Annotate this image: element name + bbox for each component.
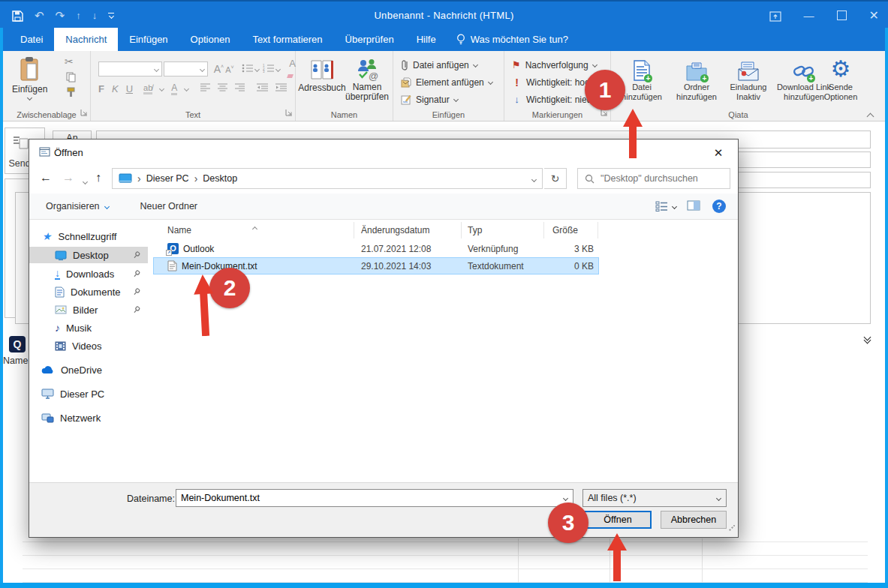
onedrive-cloud-icon <box>41 365 55 374</box>
sidebar-item-documents[interactable]: Dokumente <box>55 284 120 300</box>
group-clipboard: Einfügen ✂ Zwischenablage <box>3 51 91 121</box>
signature-button[interactable]: Signatur <box>401 92 458 107</box>
view-details-icon[interactable] <box>655 201 676 212</box>
save-icon[interactable] <box>12 9 23 22</box>
tell-me-box[interactable]: Was möchten Sie tun? <box>447 28 577 51</box>
sidebar-item-music[interactable]: ♪ Musik <box>55 320 92 336</box>
sidebar-item-pictures[interactable]: Bilder <box>55 302 98 318</box>
collapse-ribbon-icon[interactable] <box>868 111 873 122</box>
lightbulb-icon <box>456 34 465 45</box>
window-border-left <box>0 28 3 588</box>
attach-item-icon <box>401 77 411 88</box>
breadcrumb-this-pc[interactable]: Dieser PC <box>146 173 189 184</box>
resize-grip[interactable] <box>729 525 735 531</box>
importance-high-button[interactable]: ! Wichtigkeit: hoch <box>512 74 595 90</box>
font-family-combo[interactable] <box>98 62 162 76</box>
sidebar-item-this-pc[interactable]: Dieser PC <box>41 386 104 402</box>
new-folder-button[interactable]: Neuer Ordner <box>140 201 197 212</box>
preview-pane-icon[interactable] <box>687 200 700 213</box>
forward-button[interactable]: → <box>62 172 74 184</box>
text-dialog-launcher-icon[interactable] <box>285 108 293 118</box>
column-header-date[interactable]: Änderungsdatum <box>361 225 429 236</box>
underline-icon[interactable]: U <box>126 83 133 94</box>
redo-icon[interactable]: ↷ <box>56 9 65 22</box>
follow-up-button[interactable]: ⚑ Nachverfolgung <box>512 57 597 73</box>
tab-einfuegen[interactable]: Einfügen <box>118 28 179 51</box>
column-header-name[interactable]: Name <box>167 225 191 236</box>
recent-locations-icon[interactable] <box>83 176 87 186</box>
sidebar-item-desktop[interactable]: Desktop <box>29 247 148 263</box>
numbered-list-icon[interactable]: 123 <box>263 64 275 75</box>
close-button[interactable]: ✕ <box>869 8 879 22</box>
help-icon[interactable]: ? <box>712 200 726 213</box>
qiata-add-folder-button[interactable]: + Ordner hinzufügen <box>670 56 724 102</box>
back-button[interactable]: ← <box>40 172 52 184</box>
address-bar[interactable]: › Dieser PC › Desktop <box>112 168 543 189</box>
shrink-font-icon[interactable]: A˅ <box>225 64 233 74</box>
cancel-button[interactable]: Abbrechen <box>661 511 727 529</box>
sidebar-item-downloads[interactable]: ↓ Downloads <box>55 266 114 282</box>
increase-indent-icon[interactable] <box>275 83 287 94</box>
align-center-icon[interactable] <box>218 83 227 94</box>
grow-font-icon[interactable]: A˄ <box>214 63 224 75</box>
network-icon <box>41 412 54 423</box>
tab-nachricht[interactable]: Nachricht <box>54 28 118 51</box>
filename-input[interactable] <box>176 493 558 503</box>
highlight-color-icon[interactable]: ab̸ <box>143 83 152 94</box>
customize-qat-icon[interactable] <box>108 13 114 18</box>
cut-icon[interactable]: ✂ <box>65 56 74 68</box>
bullet-list-icon[interactable] <box>242 64 254 75</box>
search-box[interactable]: "Desktop" durchsuchen <box>577 168 730 189</box>
attach-item-button[interactable]: Element anfügen <box>401 74 492 90</box>
tab-datei[interactable]: Datei <box>9 28 54 51</box>
tab-hilfe[interactable]: Hilfe <box>405 28 447 51</box>
music-icon: ♪ <box>55 322 60 334</box>
open-button[interactable]: Öffnen <box>584 511 652 529</box>
sidebar-item-network[interactable]: Netzwerk <box>41 410 101 426</box>
move-up-icon[interactable]: ↑ <box>76 10 81 21</box>
file-row-outlook[interactable]: O↗ Outlook 21.07.2021 12:08 Verknüpfung … <box>154 241 598 256</box>
filetype-combo[interactable]: All files (*.*) <box>582 489 727 507</box>
align-right-icon[interactable] <box>235 83 245 94</box>
annotation-step-3: 3 <box>548 502 588 543</box>
window-border-bottom <box>0 583 888 588</box>
italic-icon[interactable]: K <box>112 83 119 94</box>
paste-button[interactable]: Einfügen <box>12 57 47 100</box>
minimize-button[interactable]: — <box>804 10 814 22</box>
column-header-size[interactable]: Größe <box>552 225 578 236</box>
expand-panel-icon[interactable] <box>865 334 870 343</box>
maximize-button[interactable] <box>837 10 847 20</box>
filename-label: Dateiname: <box>127 494 175 504</box>
tab-ueberpruefen[interactable]: Überprüfen <box>334 28 405 51</box>
undo-icon[interactable]: ↶ <box>35 9 44 22</box>
attach-file-button[interactable]: Datei anfügen <box>401 57 477 73</box>
copy-icon[interactable] <box>66 72 76 85</box>
format-painter-icon[interactable] <box>66 87 76 100</box>
send-icon <box>13 136 29 149</box>
tab-optionen[interactable]: Optionen <box>179 28 242 51</box>
decrease-indent-icon[interactable] <box>257 83 268 94</box>
ribbon-display-options-icon[interactable] <box>769 9 781 21</box>
gear-icon: ⚙ <box>831 57 851 81</box>
move-down-icon[interactable]: ↓ <box>92 10 98 21</box>
column-header-type[interactable]: Typ <box>468 225 482 236</box>
qiata-invitation-button[interactable]: Einladung Inaktiv <box>725 56 772 102</box>
align-left-icon[interactable] <box>200 83 210 94</box>
sidebar-item-quick-access[interactable]: ★ Schnellzugriff <box>43 228 116 244</box>
sidebar-item-videos[interactable]: Videos <box>55 338 102 354</box>
refresh-button[interactable]: ↻ <box>544 168 567 189</box>
sidebar-item-onedrive[interactable]: OneDrive <box>41 362 102 378</box>
qiata-send-options-button[interactable]: ⚙ Sende Optionen <box>818 56 863 102</box>
tab-text-formatieren[interactable]: Text formatieren <box>241 28 333 51</box>
dialog-close-button[interactable]: ✕ <box>703 142 733 164</box>
organize-button[interactable]: Organisieren <box>46 201 109 212</box>
font-color-icon[interactable]: A <box>171 82 177 95</box>
check-names-button[interactable]: @ Namen überprüfen <box>344 58 390 102</box>
clipboard-dialog-launcher-icon[interactable] <box>80 108 88 118</box>
address-dropdown-icon[interactable] <box>532 173 536 184</box>
breadcrumb-desktop[interactable]: Desktop <box>203 173 237 184</box>
bold-icon[interactable]: F <box>98 83 104 94</box>
font-size-combo[interactable] <box>164 62 207 76</box>
address-book-button[interactable]: Adressbuch <box>300 58 344 93</box>
up-button[interactable]: ↑ <box>95 172 101 184</box>
